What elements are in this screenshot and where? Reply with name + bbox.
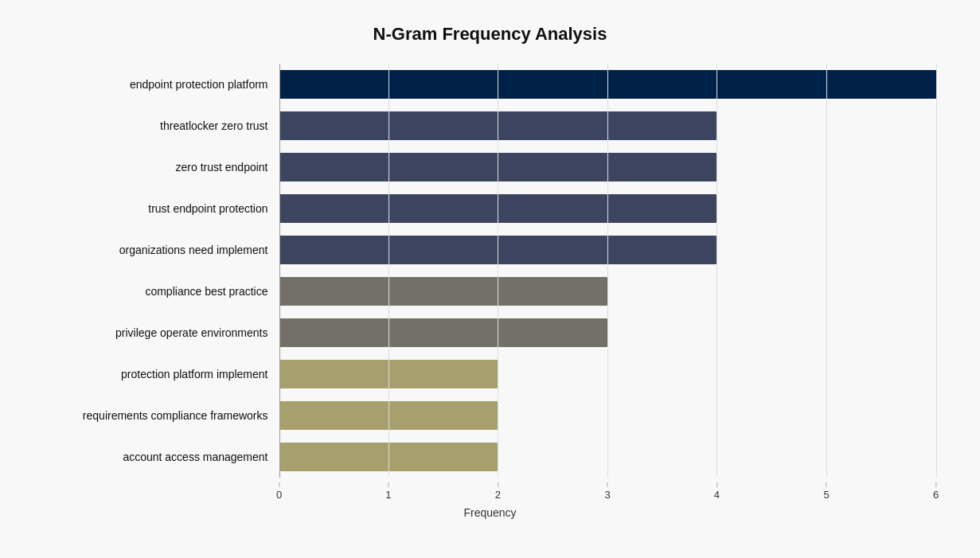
bar-track <box>279 194 936 223</box>
tick-mark: 2 <box>495 482 501 501</box>
chart-title: N-Gram Frequency Analysis <box>45 24 936 45</box>
bar-chart: endpoint protection platformthreatlocker… <box>45 64 936 478</box>
bar-track <box>279 111 936 140</box>
tick-line <box>279 482 279 487</box>
bar-row: privilege operate environments <box>45 312 936 353</box>
tick-line <box>498 482 498 487</box>
tick-line <box>826 482 826 487</box>
bar-row: zero trust endpoint <box>45 146 936 188</box>
bar-fill <box>279 236 717 264</box>
x-axis-title: Frequency <box>45 506 936 519</box>
bar-label: account access management <box>45 451 279 463</box>
bar-fill <box>279 153 717 181</box>
bar-label: organizations need implement <box>45 244 279 256</box>
tick-label: 6 <box>933 489 939 501</box>
bar-row: endpoint protection platform <box>45 64 936 105</box>
bar-row: threatlocker zero trust <box>45 105 936 146</box>
tick-line <box>607 482 607 487</box>
bar-row: requirements compliance frameworks <box>45 395 936 436</box>
tick-mark: 1 <box>385 482 391 501</box>
tick-line <box>388 482 388 487</box>
bar-track <box>279 443 936 471</box>
bar-label: endpoint protection platform <box>45 78 279 91</box>
bar-label: threatlocker zero trust <box>45 119 279 132</box>
bar-track <box>279 318 936 347</box>
tick-line <box>935 482 936 487</box>
tick-mark: 4 <box>714 482 720 501</box>
bar-track <box>279 360 936 388</box>
bar-fill <box>279 70 936 99</box>
bar-fill <box>279 194 717 223</box>
bar-fill <box>279 360 498 388</box>
bar-row: organizations need implement <box>45 229 936 271</box>
tick-label: 0 <box>276 489 282 501</box>
x-axis: 0123456 <box>45 482 936 503</box>
bar-label: trust endpoint protection <box>45 202 279 215</box>
tick-mark: 3 <box>604 482 610 501</box>
chart-container: N-Gram Frequency Analysis endpoint prote… <box>21 8 960 551</box>
tick-mark: 5 <box>823 482 829 501</box>
bar-fill <box>279 318 608 347</box>
bar-label: zero trust endpoint <box>45 161 279 174</box>
bar-track <box>279 236 936 264</box>
bar-fill <box>279 443 498 471</box>
bar-label: compliance best practice <box>45 285 279 298</box>
tick-label: 1 <box>385 489 391 501</box>
tick-label: 3 <box>604 489 610 501</box>
tick-label: 5 <box>823 489 829 501</box>
bar-track <box>279 70 936 99</box>
bar-row: trust endpoint protection <box>45 188 936 229</box>
bar-fill <box>279 401 498 430</box>
tick-mark: 0 <box>276 482 282 501</box>
tick-mark: 6 <box>933 482 939 501</box>
bar-label: protection platform implement <box>45 368 279 380</box>
tick-line <box>716 482 717 487</box>
bar-row: account access management <box>45 436 936 478</box>
bar-track <box>279 153 936 181</box>
grid-line <box>936 64 937 478</box>
bar-fill <box>279 277 608 306</box>
bar-track <box>279 277 936 306</box>
bar-track <box>279 401 936 430</box>
bar-fill <box>279 111 717 140</box>
bar-row: compliance best practice <box>45 271 936 312</box>
tick-label: 2 <box>495 489 501 501</box>
bar-label: privilege operate environments <box>45 326 279 339</box>
bar-row: protection platform implement <box>45 353 936 395</box>
bar-label: requirements compliance frameworks <box>45 409 279 422</box>
tick-label: 4 <box>714 489 720 501</box>
